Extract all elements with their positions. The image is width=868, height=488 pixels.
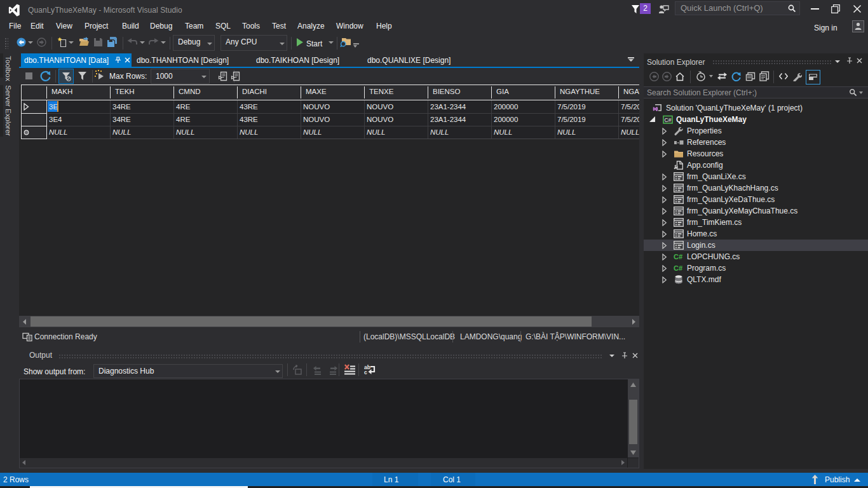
svg-text:C#: C# bbox=[674, 264, 682, 272]
svg-text:c: c bbox=[364, 369, 367, 376]
svg-text:C#: C# bbox=[674, 253, 682, 261]
svg-text:C#: C# bbox=[665, 117, 672, 123]
